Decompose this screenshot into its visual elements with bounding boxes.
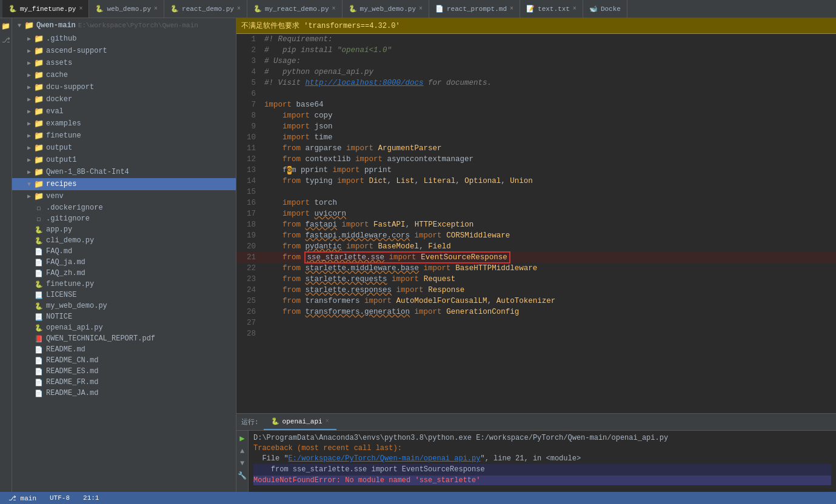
code-line-7: 7 import base64 [236, 99, 836, 110]
file-label: FAQ.md [46, 247, 72, 256]
folder-icon: 📁 [34, 107, 44, 116]
code-line-20: 20 from pydantic import BaseModel, Field [236, 241, 836, 252]
folder-dcu[interactable]: ▶ 📁 dcu-support [12, 81, 236, 93]
line-num: 6 [236, 88, 261, 99]
txt-file-icon: 📃 [34, 291, 44, 299]
folder-docker[interactable]: ▶ 📁 docker [12, 93, 236, 105]
line-content: from contextlib import asynccontextmanag… [261, 154, 473, 165]
folder-output1[interactable]: ▶ 📁 output1 [12, 154, 236, 166]
tab-close[interactable]: × [237, 5, 241, 12]
file-label: NOTICE [46, 313, 72, 321]
tab-docker[interactable]: 🐋 Docke [583, 0, 627, 18]
folder-finetune[interactable]: ▶ 📁 finetune [12, 130, 236, 142]
tool-button[interactable]: 🔧 [238, 471, 247, 480]
bottom-tab-openai-api[interactable]: 🐍 openai_api × [264, 414, 336, 430]
output-highlight-line: from sse_starlette.sse import EventSourc… [253, 464, 831, 476]
code-line-26: 26 from transformers.generation import G… [236, 307, 836, 317]
file-readme-cn[interactable]: 📄 README_CN.md [12, 355, 236, 366]
tab-my-web-demo[interactable]: 🐍 my_web_demo.py × [343, 0, 429, 18]
docker-icon: 🐋 [589, 5, 598, 13]
file-faq-md[interactable]: 📄 FAQ.md [12, 246, 236, 257]
scroll-down-button[interactable]: ▼ [240, 459, 244, 468]
folder-github[interactable]: ▶ 📁 .github [12, 33, 236, 45]
file-readme-ja[interactable]: 📄 README_JA.md [12, 388, 236, 399]
py-icon: 🐍 [170, 5, 179, 13]
folder-icon: 📁 [34, 70, 44, 80]
tab-my-finetune[interactable]: 🐍 my_finetune.py × [2, 0, 89, 18]
folder-label: finetune [46, 131, 81, 140]
py-icon: 🐍 [253, 5, 262, 13]
file-license[interactable]: 📃 LICENSE [12, 290, 236, 300]
bottom-run-controls: ▶ ▲ ▼ 🔧 [236, 431, 249, 492]
file-tech-report[interactable]: 📕 QWEN_TECHNICAL_REPORT.pdf [12, 333, 236, 344]
file-openai-api[interactable]: 🐍 openai_api.py [12, 322, 236, 333]
line-content: from starlette.middleware.base import Ba… [261, 263, 537, 274]
tab-my-react-demo[interactable]: 🐍 my_react_demo.py × [247, 0, 343, 18]
folder-venv[interactable]: ▶ 📁 venv [12, 190, 236, 202]
folder-recipes[interactable]: ▼ 📁 recipes [12, 178, 236, 190]
tab-close[interactable]: × [332, 5, 336, 12]
file-notice[interactable]: 📃 NOTICE [12, 311, 236, 322]
code-line-2: 2 # pip install "openai<1.0" [236, 45, 836, 56]
output-traceback: Traceback (most recent call last): [253, 443, 831, 454]
py-file-icon: 🐍 [34, 226, 44, 234]
folder-assets[interactable]: ▶ 📁 assets [12, 57, 236, 69]
folder-qwen-chat[interactable]: ▶ 📁 Qwen-1_8B-Chat-Int4 [12, 166, 236, 178]
tab-bar: 🐍 my_finetune.py × 🐍 web_demo.py × 🐍 rea… [0, 0, 836, 18]
folder-output[interactable]: ▶ 📁 output [12, 142, 236, 154]
tab-label: Docke [601, 5, 621, 13]
folder-arrow: ▶ [24, 132, 34, 139]
tab-close[interactable]: × [510, 5, 513, 12]
line-content: from starlette.responses import Response [261, 285, 464, 296]
file-readme-es[interactable]: 📄 README_ES.md [12, 366, 236, 377]
file-faq-zh[interactable]: 📄 FAQ_zh.md [12, 268, 236, 279]
file-my-web-demo[interactable]: 🐍 my_web_demo.py [12, 300, 236, 311]
folder-ascend[interactable]: ▶ 📁 ascend-support [12, 45, 236, 57]
scroll-up-button[interactable]: ▲ [240, 447, 244, 456]
line-num: 19 [236, 230, 261, 241]
tab-close[interactable]: × [154, 5, 158, 12]
bottom-output[interactable]: D:\ProgramData\Anaconda3\envs\python3.8\… [249, 431, 836, 492]
tab-text[interactable]: 📝 text.txt × [520, 0, 583, 18]
folder-eval[interactable]: ▶ 📁 eval [12, 105, 236, 118]
project-icon[interactable]: 📁 [0, 21, 12, 32]
code-editor[interactable]: 1 #! Requirement: 2 # pip install "opena… [236, 34, 836, 413]
bottom-tab-close[interactable]: × [326, 418, 329, 425]
file-dockerignore[interactable]: ◻ .dockerignore [12, 202, 236, 213]
tab-web-demo[interactable]: 🐍 web_demo.py × [89, 0, 164, 18]
tab-close[interactable]: × [573, 5, 577, 12]
tab-close[interactable]: × [419, 5, 423, 12]
line-num: 8 [236, 110, 261, 121]
git-icon[interactable]: ⎇ [1, 35, 12, 46]
git-file-icon: ◻ [34, 215, 44, 223]
folder-examples[interactable]: ▶ 📁 examples [12, 118, 236, 130]
line-content: from pydantic import BaseModel, Field [261, 241, 451, 252]
tab-react-prompt[interactable]: 📄 react_prompt.md × [429, 0, 520, 18]
folder-cache[interactable]: ▶ 📁 cache [12, 69, 236, 81]
tab-react-demo[interactable]: 🐍 react_demo.py × [164, 0, 247, 18]
file-readme[interactable]: 📄 README.md [12, 344, 236, 355]
file-app-py[interactable]: 🐍 app.py [12, 224, 236, 235]
folder-arrow: ▶ [24, 96, 34, 103]
folder-arrow: ▶ [24, 144, 34, 151]
line-num: 12 [236, 154, 261, 165]
folder-arrow: ▶ [24, 108, 34, 115]
root-label[interactable]: ▼ 📁 Qwen-main E:\workspace\PyTorch\Qwen-… [12, 18, 236, 33]
line-num: 4 [236, 67, 261, 78]
file-finetune-py[interactable]: 🐍 finetune.py [12, 279, 236, 290]
file-faq-ja[interactable]: 📄 FAQ_ja.md [12, 257, 236, 268]
code-line-1: 1 #! Requirement: [236, 34, 836, 45]
line-num: 15 [236, 187, 261, 197]
file-readme-fr[interactable]: 📄 README_FR.md [12, 377, 236, 388]
line-num: 11 [236, 143, 261, 154]
code-line-23: 23 from starlette.requests import Reques… [236, 274, 836, 285]
py-icon: 🐍 [95, 5, 104, 13]
file-cli-demo[interactable]: 🐍 cli_demo.py [12, 235, 236, 246]
file-label: my_web_demo.py [46, 302, 107, 310]
run-button[interactable]: ▶ [239, 433, 244, 443]
file-gitignore[interactable]: ◻ .gitignore [12, 213, 236, 224]
file-label: .gitignore [46, 214, 90, 223]
file-tree: ▼ 📁 Qwen-main E:\workspace\PyTorch\Qwen-… [12, 18, 236, 492]
line-content: from fastapi import FastAPI, HTTPExcepti… [261, 219, 473, 230]
tab-close[interactable]: × [79, 5, 82, 12]
